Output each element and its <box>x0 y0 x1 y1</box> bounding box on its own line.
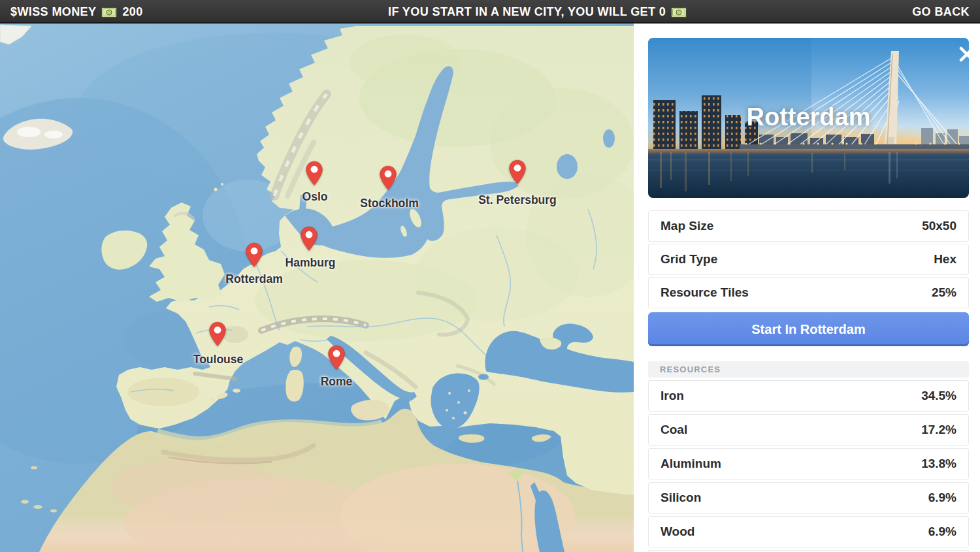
money-label: $WISS MONEY <box>10 5 96 19</box>
resource-row: Silicon 6.9% <box>648 482 969 513</box>
info-row: Resource Tiles 25% <box>648 277 969 308</box>
resource-row: Coal 17.2% <box>648 414 969 446</box>
city-panel: Rotterdam Map Size 50x50 Grid Type Hex R… <box>634 24 980 552</box>
new-city-message: IF YOU START IN A NEW CITY, YOU WILL GET… <box>388 0 687 24</box>
city-pin-rome[interactable] <box>328 345 346 373</box>
map-terrain <box>0 0 634 552</box>
info-label: Map Size <box>661 219 713 233</box>
start-in-city-button[interactable]: Start In Rotterdam <box>648 312 969 346</box>
city-pin-stockholm[interactable] <box>380 165 397 193</box>
city-pin-hamburg[interactable] <box>301 226 318 254</box>
resource-row: Aluminum 13.8% <box>648 448 969 479</box>
info-value: 50x50 <box>922 219 956 233</box>
map-info-list: Map Size 50x50 Grid Type Hex Resource Ti… <box>648 210 969 308</box>
city-pin-st-petersburg[interactable] <box>509 159 527 187</box>
resource-name: Coal <box>661 423 687 437</box>
banknote-icon <box>671 7 687 18</box>
money-display: $WISS MONEY 200 <box>10 0 143 24</box>
city-label: Oslo <box>302 190 328 204</box>
resources-header: RESOURCES <box>648 361 969 378</box>
info-value: Hex <box>934 252 956 267</box>
top-bar: $WISS MONEY 200 IF YOU START IN A NEW CI… <box>0 0 980 24</box>
city-name-title: Rotterdam <box>648 103 969 131</box>
city-label: Toulouse <box>193 353 243 366</box>
resources-list: Iron 34.5% Coal 17.2% Aluminum 13.8% Sil… <box>648 380 969 547</box>
city-label: Stockholm <box>360 197 418 210</box>
banknote-icon <box>101 7 117 18</box>
info-row: Grid Type Hex <box>648 244 969 275</box>
city-label: St. Petersburg <box>478 193 557 207</box>
resource-row: Iron 34.5% <box>648 380 969 412</box>
resource-name: Silicon <box>661 491 701 505</box>
resource-name: Wood <box>661 525 694 539</box>
info-value: 25% <box>932 285 956 300</box>
money-value: 200 <box>122 5 142 19</box>
resource-value: 6.9% <box>928 525 956 539</box>
city-label: Rotterdam <box>225 272 283 286</box>
info-row: Map Size 50x50 <box>648 210 969 242</box>
resource-name: Iron <box>661 389 684 403</box>
resource-value: 13.8% <box>921 457 956 471</box>
city-label: Hamburg <box>286 256 336 270</box>
resource-value: 6.9% <box>928 491 956 505</box>
resource-row: Wood 6.9% <box>648 516 969 547</box>
city-label: Rome <box>321 375 353 389</box>
resource-value: 17.2% <box>921 423 956 437</box>
city-photo-card: Rotterdam <box>648 38 969 198</box>
city-pin-oslo[interactable] <box>306 161 323 189</box>
resource-name: Aluminum <box>661 457 721 471</box>
city-pin-toulouse[interactable] <box>209 321 227 349</box>
info-label: Grid Type <box>661 252 717 267</box>
info-label: Resource Tiles <box>661 285 749 300</box>
resource-value: 34.5% <box>921 389 956 403</box>
city-pin-rotterdam[interactable] <box>246 242 263 270</box>
europe-map[interactable]: OsloStockholmSt. PetersburgHamburgRotter… <box>0 0 634 552</box>
message-text: IF YOU START IN A NEW CITY, YOU WILL GET… <box>388 5 666 19</box>
go-back-button[interactable]: GO BACK <box>912 0 970 24</box>
